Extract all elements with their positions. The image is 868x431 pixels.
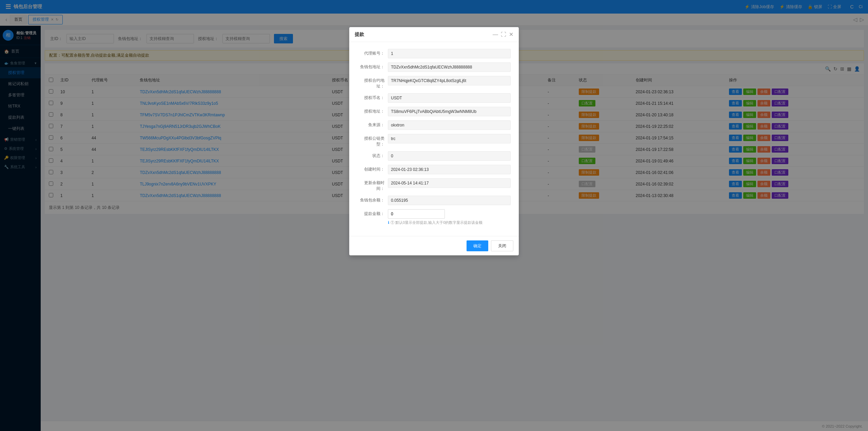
cancel-button[interactable]: 关闭 [491, 240, 513, 251]
auth-addr-label-m: 授权地址： [357, 107, 388, 114]
auth-coin-label: 授权币名： [357, 93, 388, 101]
modal-minimize-btn[interactable]: — [493, 32, 498, 38]
modal-title: 提款 [355, 32, 364, 38]
form-row-auth-chain: 授权公链类型： trc [357, 134, 511, 147]
wallet-addr-value: TDZvXxn5dhMc2dS1qfaUECWzhJ88888888 [388, 62, 511, 72]
wallet-balance-label: 鱼钱包余额： [357, 196, 388, 203]
modal-controls: — ⛶ ✕ [493, 31, 513, 38]
form-row-withdraw-amount: 提款金额： ℹ ① 默认0显示全部提款,输入大于0的数字显示提款该金额 [357, 209, 511, 225]
modal-overlay: 提款 — ⛶ ✕ 代理账号： 1 鱼钱包地址： TDZvXxn5dhMc2dS1… [0, 0, 868, 431]
updated-balance-label: 更新余额时间： [357, 178, 388, 192]
source-label: 鱼来源： [357, 120, 388, 128]
source-value: okxtron [388, 120, 511, 130]
auth-addr-value: TS8muVF6PLjTvABbQiAbtU5mgW3wNNM8Ub [388, 107, 511, 116]
wallet-addr-label-m: 鱼钱包地址： [357, 62, 388, 70]
info-icon: ℹ [388, 220, 389, 225]
modal-expand-btn[interactable]: ⛶ [501, 32, 506, 38]
auth-contract-label: 授权合约地址： [357, 76, 388, 89]
status-label-m: 状态： [357, 151, 388, 159]
modal-close-btn[interactable]: ✕ [509, 31, 513, 38]
form-row-auth-coin: 授权币名： USDT [357, 93, 511, 103]
form-row-status: 状态： 0 [357, 151, 511, 161]
agent-no-value: 1 [388, 49, 511, 58]
created-label-m: 创建时间： [357, 165, 388, 172]
status-value-m: 0 [388, 151, 511, 161]
withdraw-modal: 提款 — ⛶ ✕ 代理账号： 1 鱼钱包地址： TDZvXxn5dhMc2dS1… [349, 27, 519, 255]
form-row-wallet-balance: 鱼钱包余额： 0.055195 [357, 196, 511, 205]
form-row-auth-addr: 授权地址： TS8muVF6PLjTvABbQiAbtU5mgW3wNNM8Ub [357, 107, 511, 116]
modal-footer: 确定 关闭 [349, 236, 519, 255]
withdraw-amount-input[interactable] [388, 209, 445, 219]
auth-contract-value: TR7NHqjeKQxGTCl8q8ZY4pL8otSzglLj6t [388, 76, 511, 85]
withdraw-amount-label: 提款金额： [357, 209, 388, 217]
auth-chain-label: 授权公链类型： [357, 134, 388, 147]
confirm-button[interactable]: 确定 [467, 240, 488, 251]
created-value-m: 2024-01-23 02:36:13 [388, 165, 511, 174]
agent-no-label: 代理账号： [357, 49, 388, 56]
withdraw-hint: ℹ ① 默认0显示全部提款,输入大于0的数字显示提款该金额 [388, 220, 511, 225]
form-row-source: 鱼来源： okxtron [357, 120, 511, 130]
modal-body: 代理账号： 1 鱼钱包地址： TDZvXxn5dhMc2dS1qfaUECWzh… [349, 42, 519, 236]
wallet-balance-value: 0.055195 [388, 196, 511, 205]
auth-coin-value: USDT [388, 93, 511, 103]
modal-header: 提款 — ⛶ ✕ [349, 27, 519, 42]
form-row-created: 创建时间： 2024-01-23 02:36:13 [357, 165, 511, 174]
auth-chain-value: trc [388, 134, 511, 143]
form-row-auth-contract: 授权合约地址： TR7NHqjeKQxGTCl8q8ZY4pL8otSzglLj… [357, 76, 511, 89]
updated-balance-value: 2024-05-14 14:41:17 [388, 178, 511, 188]
form-row-agent-no: 代理账号： 1 [357, 49, 511, 58]
form-row-wallet-addr: 鱼钱包地址： TDZvXxn5dhMc2dS1qfaUECWzhJ8888888… [357, 62, 511, 72]
form-row-updated-balance: 更新余额时间： 2024-05-14 14:41:17 [357, 178, 511, 192]
